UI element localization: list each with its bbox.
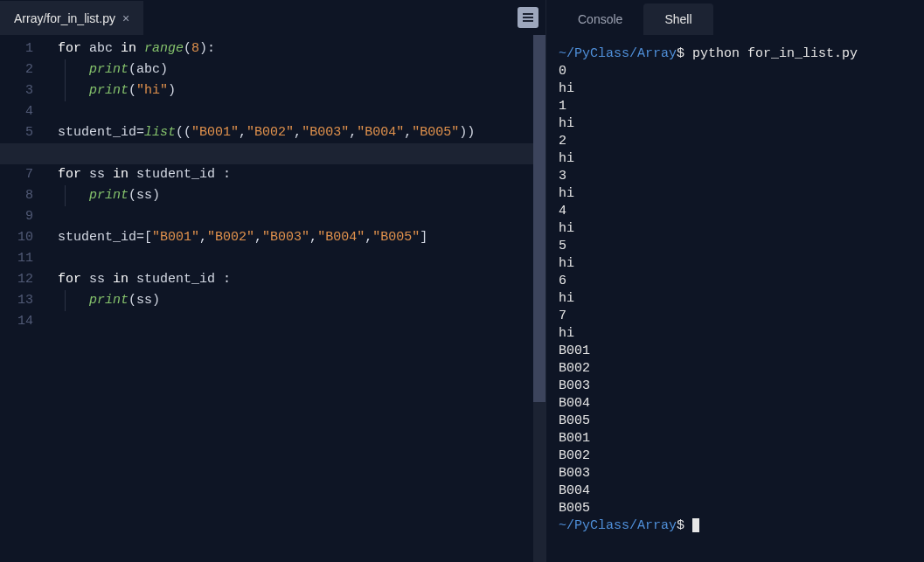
line-number: 8 [0, 185, 42, 206]
shell-cursor [692, 518, 699, 532]
code-line [42, 206, 545, 227]
tab-shell[interactable]: Shell [643, 3, 712, 35]
code-line: print(abc) [42, 59, 545, 80]
shell-line: 6 [559, 274, 566, 288]
file-tab-label: Array/for_in_list.py [14, 11, 115, 25]
line-number: 2 [0, 59, 42, 80]
shell-line: B001 [559, 343, 590, 358]
line-number: 4 [0, 101, 42, 122]
line-number: 12 [0, 269, 42, 290]
editor-scrollbar-track[interactable] [533, 35, 545, 562]
line-number: 3 [0, 80, 42, 101]
shell-line: hi [559, 151, 574, 166]
code-area[interactable]: for abc in range(8): print(abc) print("h… [42, 35, 545, 562]
line-number-gutter: 1 2 3 4 5 6 7 8 9 10 11 12 13 14 [0, 35, 42, 562]
shell-line: 4 [559, 204, 566, 219]
code-line-current [0, 143, 545, 164]
code-line: print(ss) [42, 185, 545, 206]
editor-pane: Array/for_in_list.py × 1 2 3 4 5 6 7 8 9… [0, 0, 546, 562]
shell-output[interactable]: ~/PyClass/Array$ python for_in_list.py 0… [546, 35, 924, 562]
shell-line: B001 [559, 431, 590, 446]
code-line: for ss in student_id : [42, 269, 545, 290]
shell-line: B002 [559, 448, 590, 463]
app-root: Array/for_in_list.py × 1 2 3 4 5 6 7 8 9… [0, 0, 924, 562]
shell-pane: Console Shell ~/PyClass/Array$ python fo… [546, 0, 924, 562]
code-line: student_id=list(("B001","B002","B003","B… [42, 122, 545, 143]
shell-tab-bar: Console Shell [546, 0, 924, 35]
shell-line: hi [559, 256, 574, 271]
shell-line: 0 [559, 64, 566, 79]
shell-line: B005 [559, 413, 590, 428]
close-tab-icon[interactable]: × [122, 11, 129, 25]
shell-line: hi [559, 291, 574, 306]
shell-line: B004 [559, 483, 590, 498]
shell-line: 3 [559, 169, 566, 184]
line-number: 9 [0, 206, 42, 227]
editor-scrollbar-thumb[interactable] [533, 35, 545, 402]
editor-tab-bar: Array/for_in_list.py × [0, 0, 545, 35]
tab-console[interactable]: Console [557, 3, 643, 35]
shell-line: hi [559, 221, 574, 236]
code-line: print("hi") [42, 80, 545, 101]
line-number: 14 [0, 311, 42, 332]
code-line: for ss in student_id : [42, 164, 545, 185]
shell-line: 1 [559, 99, 566, 114]
shell-line: hi [559, 116, 574, 131]
shell-line: hi [559, 326, 574, 341]
line-number: 13 [0, 290, 42, 311]
line-number: 7 [0, 164, 42, 185]
shell-line: 2 [559, 134, 566, 149]
code-line [42, 311, 545, 332]
line-number: 1 [0, 38, 42, 59]
code-line [42, 101, 545, 122]
code-line: print(ss) [42, 290, 545, 311]
shell-prompt-symbol: $ [677, 46, 684, 61]
code-line: student_id=["B001","B002","B003","B004",… [42, 227, 545, 248]
shell-prompt-path: ~/PyClass/Array [559, 46, 677, 61]
shell-command: python for_in_list.py [692, 46, 858, 61]
code-line [42, 248, 545, 269]
code-line: for abc in range(8): [42, 38, 545, 59]
shell-prompt-path: ~/PyClass/Array [559, 518, 677, 533]
shell-line: B003 [559, 378, 590, 393]
file-tab[interactable]: Array/for_in_list.py × [0, 0, 143, 35]
shell-line: 5 [559, 239, 566, 253]
shell-line: B002 [559, 361, 590, 376]
shell-line: 7 [559, 309, 566, 323]
shell-line: B005 [559, 501, 590, 516]
shell-prompt-symbol: $ [677, 518, 684, 533]
document-icon[interactable] [518, 7, 538, 28]
shell-line: hi [559, 81, 574, 96]
shell-line: B003 [559, 466, 590, 481]
line-number: 11 [0, 248, 42, 269]
shell-line: B004 [559, 396, 590, 411]
line-number: 5 [0, 122, 42, 143]
line-number: 10 [0, 227, 42, 248]
shell-line: hi [559, 186, 574, 201]
tab-bar-spacer [143, 0, 511, 35]
editor-body[interactable]: 1 2 3 4 5 6 7 8 9 10 11 12 13 14 for abc… [0, 35, 545, 562]
